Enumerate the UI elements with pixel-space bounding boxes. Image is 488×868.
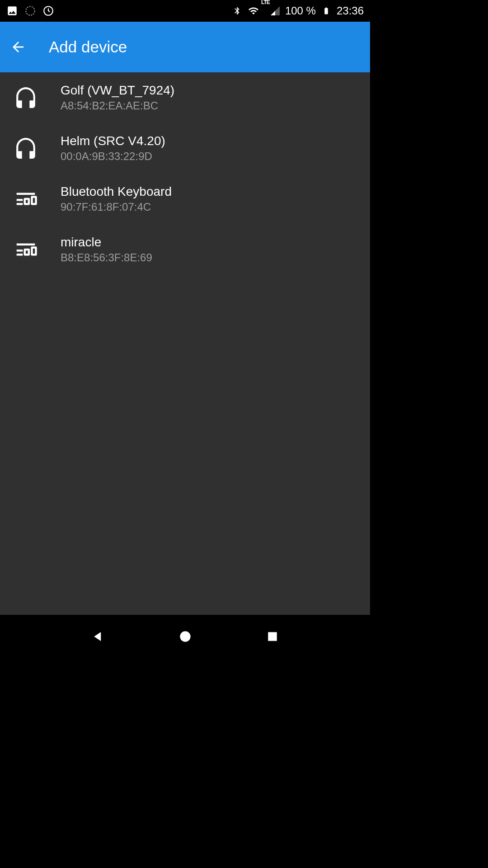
device-text: Helm (SRC V4.20) 00:0A:9B:33:22:9D [61,134,165,163]
back-button[interactable] [9,38,27,56]
loading-notification-icon [24,5,36,17]
page-title: Add device [49,38,127,56]
nav-back-button[interactable] [89,627,107,646]
wifi-icon [248,5,259,17]
clock-notification-icon [42,5,54,17]
status-right-icons: LTE 100 % 23:36 [231,5,364,17]
device-row-miracle[interactable]: miracle B8:E8:56:3F:8E:69 [0,224,370,275]
device-name-label: Golf (VW_BT_7924) [61,83,174,98]
headphones-icon [14,85,38,110]
device-row-golf[interactable]: Golf (VW_BT_7924) A8:54:B2:EA:AE:BC [0,72,370,123]
circle-home-icon [179,630,192,643]
status-left-icons [6,5,54,17]
svg-point-0 [26,6,35,15]
device-mac-label: A8:54:B2:EA:AE:BC [61,99,174,112]
devices-icon [14,187,38,211]
svg-point-2 [180,631,190,642]
device-text: miracle B8:E8:56:3F:8E:69 [61,235,152,264]
device-name-label: miracle [61,235,152,250]
device-list: Golf (VW_BT_7924) A8:54:B2:EA:AE:BC Helm… [0,72,370,615]
device-text: Golf (VW_BT_7924) A8:54:B2:EA:AE:BC [61,83,174,112]
device-name-label: Bluetooth Keyboard [61,184,172,199]
clock-time: 23:36 [337,5,364,17]
nav-home-button[interactable] [176,627,194,646]
gallery-notification-icon [6,5,18,17]
triangle-back-icon [91,630,105,643]
device-mac-label: 00:0A:9B:33:22:9D [61,150,165,163]
navigation-bar [0,615,370,658]
status-bar: LTE 100 % 23:36 [0,0,370,22]
device-text: Bluetooth Keyboard 90:7F:61:8F:07:4C [61,184,172,213]
nav-recent-button[interactable] [263,627,282,646]
device-row-helm[interactable]: Helm (SRC V4.20) 00:0A:9B:33:22:9D [0,123,370,174]
devices-icon [14,237,38,262]
lte-label: LTE [261,0,270,5]
device-name-label: Helm (SRC V4.20) [61,134,165,148]
square-recent-icon [267,631,278,642]
app-bar: Add device [0,22,370,72]
device-row-keyboard[interactable]: Bluetooth Keyboard 90:7F:61:8F:07:4C [0,174,370,224]
battery-icon [320,5,332,17]
arrow-back-icon [10,39,26,55]
headphones-icon [14,136,38,160]
device-mac-label: 90:7F:61:8F:07:4C [61,201,172,213]
svg-rect-3 [268,632,277,641]
device-mac-label: B8:E8:56:3F:8E:69 [61,251,152,264]
battery-percentage: 100 % [285,5,316,17]
cellular-signal-group: LTE [264,5,281,16]
bluetooth-icon [231,5,243,17]
